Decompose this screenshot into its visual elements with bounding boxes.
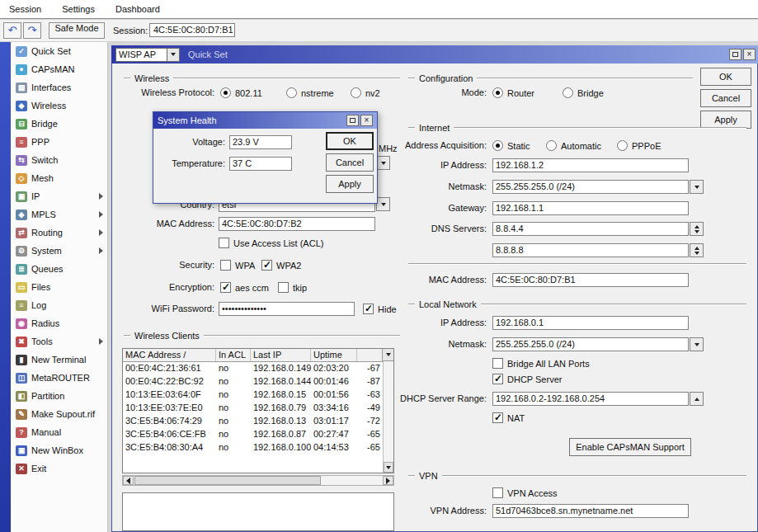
sidebar-item-switch[interactable]: ⇆Switch <box>11 151 107 169</box>
wireless-mac-field[interactable]: 4C:5E:0C:80:D7:B2 <box>219 217 375 231</box>
dialog-cancel-button[interactable]: Cancel <box>326 153 374 172</box>
dns-updown-button[interactable] <box>690 243 704 257</box>
voltage-field[interactable]: 23.9 V <box>229 135 292 149</box>
close-button[interactable]: × <box>743 49 756 60</box>
column-header-mac[interactable]: MAC Address / <box>123 349 216 361</box>
tkip-checkbox[interactable]: tkip <box>278 281 307 294</box>
menu-session[interactable]: Session <box>0 0 50 18</box>
sidebar-item-exit[interactable]: ✕Exit <box>11 459 107 478</box>
table-row[interactable]: 00:E0:4C:21:36:61no192.168.0.14902:03:20… <box>123 362 393 375</box>
internet-ip-field[interactable]: 192.168.1.2 <box>492 158 689 172</box>
enable-capsman-button[interactable]: Enable CAPsMAN Support <box>569 438 691 456</box>
table-row[interactable]: 3C:E5:B4:06:74:29no192.168.0.1303:01:17-… <box>123 415 393 428</box>
aes-ccm-checkbox[interactable]: aes ccm <box>220 281 269 294</box>
wpa2-checkbox[interactable]: WPA2 <box>261 259 301 271</box>
table-row[interactable]: 3C:E5:B4:08:30:A4no192.168.0.10004:14:53… <box>123 441 393 454</box>
acquisition-static-radio[interactable]: Static <box>492 139 530 152</box>
protocol-80211-radio[interactable]: 802.11 <box>220 87 262 99</box>
dialog-titlebar[interactable]: System Health × <box>153 112 377 129</box>
dns-server-field-2[interactable]: 8.8.8.8 <box>492 243 689 257</box>
lan-netmask-field[interactable]: 255.255.255.0 (/24) <box>492 337 689 351</box>
vpn-address-field[interactable]: 51d70463bce8.sn.mynetname.net <box>492 504 689 518</box>
empty-list-box[interactable] <box>122 492 394 531</box>
scroll-down-button[interactable] <box>384 462 393 473</box>
vpn-access-checkbox[interactable]: VPN Access <box>492 487 558 499</box>
dhcp-range-up-button[interactable] <box>690 392 704 406</box>
dns-server-field-1[interactable]: 8.8.4.4 <box>492 222 689 236</box>
horizontal-scrollbar[interactable] <box>122 475 394 486</box>
table-row[interactable]: 10:13:EE:03:7E:E0no192.168.0.7903:34:16-… <box>123 402 393 415</box>
vertical-scrollbar[interactable] <box>383 361 393 473</box>
menu-dashboard[interactable]: Dashboard <box>106 0 169 18</box>
scroll-left-button[interactable] <box>123 476 134 485</box>
acquisition-automatic-radio[interactable]: Automatic <box>546 139 601 152</box>
use-acl-checkbox[interactable]: Use Access List (ACL) <box>219 237 323 249</box>
sidebar-item-ip[interactable]: ▣IP <box>11 187 107 205</box>
sidebar-item-mpls[interactable]: ◈MPLS <box>11 205 107 224</box>
checkbox-label: WPA <box>235 261 255 271</box>
quick-set-titlebar[interactable]: WISP AP Quick Set × <box>111 45 758 64</box>
cancel-button[interactable]: Cancel <box>700 89 751 107</box>
sidebar-item-new-winbox[interactable]: ▣New WinBox <box>11 441 107 459</box>
dialog-maximize-button[interactable] <box>346 115 359 126</box>
dialog-apply-button[interactable]: Apply <box>326 175 374 193</box>
wpa-checkbox[interactable]: WPA <box>220 259 255 271</box>
sidebar-item-new-terminal[interactable]: ▮New Terminal <box>11 351 107 369</box>
column-header-uptime[interactable]: Uptime <box>311 349 357 361</box>
dialog-ok-button[interactable]: OK <box>326 132 374 150</box>
dhcp-range-field[interactable]: 192.168.0.2-192.168.0.254 <box>492 392 689 406</box>
hide-password-checkbox[interactable]: Hide <box>363 303 397 315</box>
quickset-mode-combo[interactable]: WISP AP <box>115 48 180 62</box>
redo-button[interactable]: ↷ <box>23 22 41 39</box>
gateway-field[interactable]: 192.168.1.1 <box>492 201 689 215</box>
sidebar-item-system[interactable]: ⚙System <box>11 242 107 260</box>
table-row[interactable]: 3C:E5:B4:06:CE:FBno192.168.0.8700:27:47-… <box>123 428 393 441</box>
temperature-field[interactable]: 37 C <box>229 157 292 171</box>
sidebar-item-files[interactable]: ▭Files <box>11 278 107 296</box>
lan-netmask-dropdown-button[interactable] <box>690 337 704 351</box>
column-header-last-ip[interactable]: Last IP <box>251 349 311 361</box>
maximize-button[interactable] <box>729 49 742 60</box>
sidebar-item-bridge[interactable]: ⊟Bridge <box>11 115 107 133</box>
sidebar-item-radius[interactable]: ◉Radius <box>11 314 107 332</box>
session-value-field[interactable]: 4C:5E:0C:80:D7:B1 <box>149 23 235 37</box>
dialog-close-button[interactable]: × <box>360 115 373 126</box>
sidebar-item-metarouter[interactable]: ◫MetaROUTER <box>11 369 107 387</box>
combo-dropdown-button[interactable] <box>167 48 180 62</box>
sidebar-item-mesh[interactable]: ◇Mesh <box>11 169 107 187</box>
sidebar-item-log[interactable]: ≡Log <box>11 296 107 314</box>
undo-button[interactable]: ↶ <box>3 22 21 39</box>
mode-bridge-radio[interactable]: Bridge <box>563 87 604 99</box>
wifi-password-field[interactable]: •••••••••••••• <box>219 302 355 316</box>
sidebar-item-partition[interactable]: ◧Partition <box>11 387 107 405</box>
scroll-right-button[interactable] <box>383 476 393 485</box>
internet-mac-field[interactable]: 4C:5E:0C:80:D7:B1 <box>492 273 689 287</box>
internet-netmask-field[interactable]: 255.255.255.0 (/24) <box>492 180 689 194</box>
dhcp-server-checkbox[interactable]: DHCP Server <box>492 373 562 385</box>
column-header-in-acl[interactable]: In ACL <box>216 349 251 361</box>
bridge-all-lan-checkbox[interactable]: Bridge All LAN Ports <box>492 357 590 370</box>
table-row[interactable]: 00:E0:4C:22:BC:92no192.168.0.14400:01:46… <box>123 375 393 388</box>
sidebar-item-manual[interactable]: ?Manual <box>11 423 107 441</box>
sidebar-item-queues[interactable]: ≣Queues <box>11 260 107 278</box>
mode-router-radio[interactable]: Router <box>492 87 534 99</box>
sidebar-item-interfaces[interactable]: ▤Interfaces <box>11 78 107 97</box>
ok-button[interactable]: OK <box>700 68 751 86</box>
nat-checkbox[interactable]: NAT <box>492 412 525 424</box>
safe-mode-button[interactable]: Safe Mode <box>49 22 105 39</box>
lan-ip-field[interactable]: 192.168.0.1 <box>492 316 689 330</box>
sidebar-item-wireless[interactable]: ◆Wireless <box>11 97 107 115</box>
protocol-nstreme-radio[interactable]: nstreme <box>286 87 334 99</box>
sidebar-item-ppp[interactable]: ≡PPP <box>11 133 107 151</box>
acquisition-pppoe-radio[interactable]: PPPoE <box>617 139 661 152</box>
sidebar-item-tools[interactable]: ✖Tools <box>11 332 107 351</box>
scrollbar-thumb[interactable] <box>134 476 321 485</box>
sidebar-item-quick-set[interactable]: ✓Quick Set <box>11 42 107 60</box>
sidebar-item-capsman[interactable]: ●CAPsMAN <box>11 60 107 78</box>
sidebar-item-routing[interactable]: ⇄Routing <box>11 224 107 242</box>
sidebar-item-make-supout[interactable]: ✎Make Supout.rif <box>11 405 107 423</box>
table-row[interactable]: 10:13:EE:03:64:0Fno192.168.0.1500:01:56-… <box>123 388 393 402</box>
menu-settings[interactable]: Settings <box>53 0 104 18</box>
dns-updown-button[interactable] <box>690 222 704 236</box>
netmask-dropdown-button[interactable] <box>690 180 704 194</box>
